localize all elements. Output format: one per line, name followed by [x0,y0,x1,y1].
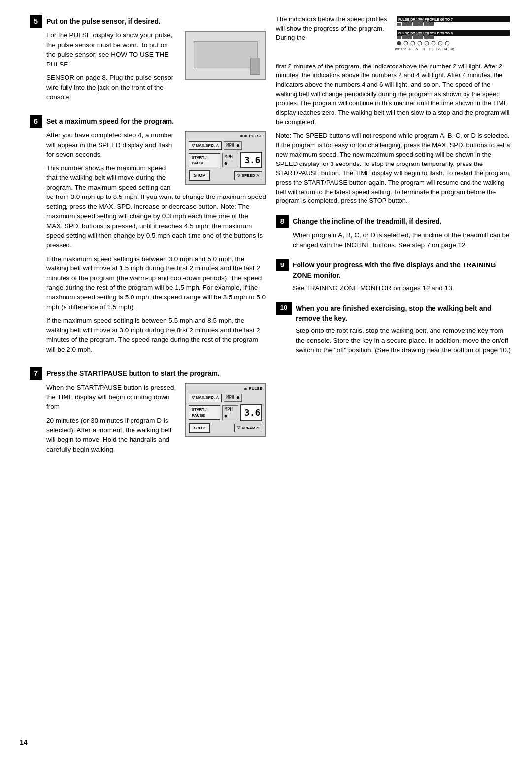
step-10-title: When you are finished exercising, stop t… [296,302,512,324]
step-9-block: 9 Follow your progress with the five dis… [276,259,512,293]
svg-text:14: 14 [443,47,447,51]
step-6-number: 6 [30,115,42,128]
step-9-number: 9 [276,259,289,271]
step-7-max-spd-button: ▽ MAX.SPD. △ [189,394,222,402]
step-6-dots [240,135,247,137]
step-6-console-top: PULSE [186,132,265,140]
svg-rect-16 [424,34,429,39]
step-7-block: 7 Press the START/PAUSE button to start … [30,367,266,458]
step-9-body1: See TRAINING ZONE MONITOR on pages 12 an… [293,283,512,293]
max-spd-button: ▽ MAX.SPD. △ [189,141,222,150]
step-7-console-top: PULSE [186,384,265,393]
step-7-number: 7 [30,367,42,380]
step-5-console-screen [194,41,258,68]
step-8-title: Change the incline of the treadmill, if … [293,215,442,226]
step-9-header: 9 Follow your progress with the five dis… [276,259,512,280]
step-8-block: 8 Change the incline of the treadmill, i… [276,215,512,250]
svg-text:16: 16 [450,47,454,51]
step-8-body: When program A, B, C, or D is selected, … [293,230,512,250]
step-6-title: Set a maximum speed for the program. [46,115,174,126]
page-content: 5 Put on the pulse sensor, if desired. F… [30,15,512,467]
svg-rect-7 [424,21,429,26]
step-5-console-image [185,31,266,80]
step-7-title: Press the START/PAUSE button to start th… [46,367,220,378]
right-col-top: The indicators below the speed profiles … [276,15,512,57]
svg-rect-5 [413,20,418,26]
step-8-header: 8 Change the incline of the treadmill, i… [276,215,512,228]
start-pause-button: START / PAUSE [189,153,220,167]
svg-text:10: 10 [429,47,432,51]
step-7-stop-row: STOP ▽ SPEED △ [186,422,265,434]
svg-text:PULSE DRIVEN PROFILE 60 TO 7: PULSE DRIVEN PROFILE 60 TO 7 [398,18,453,21]
svg-rect-13 [407,34,412,39]
page-number: 14 [20,737,28,747]
step-7-mph-display1: MPH ● [224,394,242,402]
mph-display1: MPH ● [224,141,242,150]
step-7-maxspd-row: ▽ MAX.SPD. △ MPH ● [186,393,265,403]
step-6-body4: If the maximum speed setting is between … [46,316,266,354]
step-10-body: Step onto the foot rails, stop the walki… [296,326,512,355]
profile-chart-container: PULSE DRIVEN PROFILE 60 TO 7 PULSE DRIVE… [394,15,512,57]
step-6-body: PULSE ▽ MAX.SPD. △ MPH ● START / PAUSE M… [46,131,266,358]
step-6-start-row: START / PAUSE MPH ● 3.6 [186,151,265,169]
step-6-pulse-label: PULSE [249,133,262,139]
step-7-dots [244,388,247,390]
svg-rect-15 [418,33,423,39]
step-7-speed-button: ▽ SPEED △ [234,424,262,432]
step-10-header: 10 When you are finished exercising, sto… [276,302,512,324]
svg-point-19 [404,41,408,45]
stop-button: STOP [189,170,210,181]
step-7-start-row: START / PAUSE MPH ● 3.6 [186,403,265,422]
svg-rect-14 [413,33,418,39]
dot3 [244,388,247,390]
step-6-maxspd-row: ▽ MAX.SPD. △ MPH ● [186,140,265,151]
step-6-console-image: PULSE ▽ MAX.SPD. △ MPH ● START / PAUSE M… [185,131,266,185]
right-col-note: Note: The SPEED buttons will not respond… [276,132,512,206]
step-8-body1: When program A, B, C, or D is selected, … [293,230,512,250]
step-7-console-image: PULSE ▽ MAX.SPD. △ MPH ● START / PAUSE M… [185,383,266,437]
svg-text:12: 12 [436,47,440,51]
svg-point-24 [438,41,442,45]
step-7-pulse-label: PULSE [249,386,262,392]
step-9-body: See TRAINING ZONE MONITOR on pages 12 an… [293,283,512,293]
step-6-header: 6 Set a maximum speed for the program. [30,115,266,128]
step-7-stop-button: STOP [189,423,210,433]
step-5-body: For the PULSE display to show your pulse… [46,31,266,106]
step-5-number: 5 [30,15,42,28]
step-10-number: 10 [276,302,292,315]
two-column-layout: 5 Put on the pulse sensor, if desired. F… [30,15,512,467]
step-5-block: 5 Put on the pulse sensor, if desired. F… [30,15,266,106]
svg-point-22 [425,41,429,45]
svg-rect-8 [429,22,434,26]
dot2 [244,135,247,137]
left-column: 5 Put on the pulse sensor, if desired. F… [30,15,266,467]
svg-rect-17 [429,35,434,39]
svg-rect-4 [407,21,412,26]
right-column: The indicators below the speed profiles … [276,15,512,467]
svg-point-18 [397,41,401,45]
step-7-mph-display2: MPH ● [222,405,238,420]
svg-point-20 [411,41,415,45]
step-10-block: 10 When you are finished exercising, sto… [276,302,512,355]
mph-display2: MPH ● [222,153,238,167]
step-6-body3: If the maximum speed setting is between … [46,254,266,312]
svg-point-23 [432,41,435,45]
speed-button: ▽ SPEED △ [234,171,262,180]
step-5-title: Put on the pulse sensor, if desired. [46,15,161,26]
svg-text:PULSE DRIVEN PROFILE 75 TO 8: PULSE DRIVEN PROFILE 75 TO 8 [398,32,453,35]
svg-text:mins. 2: mins. 2 [395,47,406,51]
step-7-header: 7 Press the START/PAUSE button to start … [30,367,266,380]
svg-rect-3 [402,22,407,26]
svg-point-21 [418,41,422,45]
dot1 [240,135,243,137]
step-10-body1: Step onto the foot rails, stop the walki… [296,326,512,355]
step-9-title: Follow your progress with the five displ… [293,259,512,280]
profile-chart-svg: PULSE DRIVEN PROFILE 60 TO 7 PULSE DRIVE… [394,15,512,54]
step-6-stop-row: STOP ▽ SPEED △ [186,169,265,182]
speed-display: 3.6 [240,152,262,168]
step-6-block: 6 Set a maximum speed for the program. P… [30,115,266,358]
indicators-text: The indicators below the speed profiles … [276,15,389,57]
svg-text:6: 6 [416,47,418,51]
step-5-header: 5 Put on the pulse sensor, if desired. [30,15,266,28]
svg-text:8: 8 [423,47,425,51]
